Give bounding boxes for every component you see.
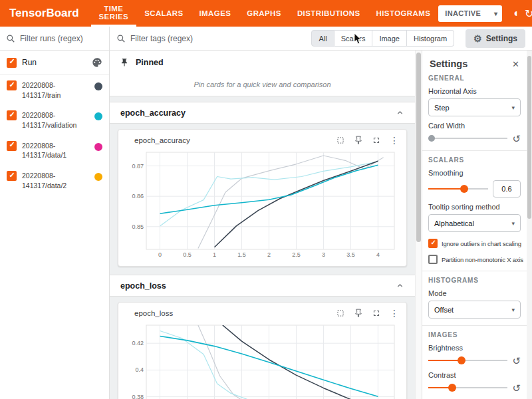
- app-title: TensorBoard: [9, 7, 79, 20]
- svg-text:1: 1: [213, 251, 216, 258]
- section-header-epoch-loss[interactable]: epoch_loss: [110, 275, 415, 297]
- run-checkbox[interactable]: [7, 171, 17, 181]
- scalar-card-epoch-loss: epoch_loss ⋮ 00.511.522.533.540.360.380.…: [118, 302, 407, 399]
- settings-title: Settings: [430, 59, 467, 69]
- more-options-icon[interactable]: ⋮: [389, 135, 400, 146]
- ignore-outliers-checkbox[interactable]: [428, 239, 438, 248]
- tab-images[interactable]: IMAGES: [192, 0, 239, 27]
- runs-filter-input[interactable]: [20, 34, 103, 43]
- epoch-loss-chart[interactable]: 00.511.522.533.540.360.380.40.42: [124, 321, 400, 399]
- run-row[interactable]: 20220808-141317/data/1: [0, 136, 109, 166]
- window-scrollbar[interactable]: [527, 51, 532, 399]
- images-heading: IMAGES: [428, 331, 521, 338]
- tab-time-series[interactable]: TIME SERIES: [91, 0, 137, 27]
- cards-scroll-area: Pinned Pin cards for a quick view and co…: [110, 51, 415, 399]
- epoch-accuracy-chart[interactable]: 00.511.522.533.540.850.860.87: [124, 148, 400, 260]
- run-label: 20220808-141317/data/1: [22, 141, 89, 160]
- chevron-up-icon[interactable]: [396, 281, 404, 290]
- run-checkbox[interactable]: [7, 141, 17, 151]
- slider-thumb[interactable]: [448, 384, 456, 392]
- plugin-tabs: TIME SERIESSCALARSIMAGESGRAPHSDISTRIBUTI…: [91, 0, 439, 27]
- run-checkbox[interactable]: [7, 80, 17, 90]
- settings-panel-header: Settings ✕: [430, 59, 519, 69]
- slider-thumb[interactable]: [458, 356, 466, 364]
- theme-toggle-icon[interactable]: ◐: [513, 5, 520, 21]
- tab-distributions[interactable]: DISTRIBUTIONS: [289, 0, 368, 27]
- ignore-outliers-label: Ignore outliers in chart scaling: [442, 240, 521, 247]
- section-gap: [110, 96, 415, 102]
- chevron-down-icon: ▾: [494, 10, 497, 17]
- main-scrollbar[interactable]: [415, 51, 422, 399]
- run-checkbox[interactable]: [7, 110, 17, 120]
- svg-text:3: 3: [322, 251, 325, 258]
- reset-icon[interactable]: ↺: [512, 383, 521, 393]
- section-title: epoch_loss: [120, 281, 166, 291]
- mouse-cursor-icon: [354, 33, 362, 46]
- partition-x-axis-checkbox[interactable]: [428, 255, 438, 264]
- chevron-up-icon[interactable]: [396, 108, 404, 117]
- reset-icon[interactable]: ↺: [512, 356, 521, 366]
- tag-filter-all[interactable]: All: [311, 30, 334, 47]
- slider-thumb[interactable]: [460, 185, 468, 193]
- run-label: 20220808-141317/data/2: [22, 171, 89, 190]
- run-row[interactable]: 20220808-141317/data/2: [0, 166, 109, 196]
- close-icon[interactable]: ✕: [512, 59, 519, 69]
- more-options-icon[interactable]: ⋮: [389, 308, 400, 319]
- window-scrollbar-thumb[interactable]: [527, 56, 531, 219]
- select-all-runs-checkbox[interactable]: [7, 58, 17, 68]
- tab-histograms[interactable]: HISTOGRAMS: [368, 0, 439, 27]
- pin-card-icon[interactable]: [353, 135, 364, 146]
- horizontal-axis-select[interactable]: Step ▾: [428, 98, 521, 116]
- horizontal-axis-label: Horizontal Axis: [428, 87, 521, 95]
- body: Run 20220808-141317/train20220808-141317…: [0, 51, 532, 399]
- run-row[interactable]: 20220808-141317/train: [0, 75, 109, 105]
- run-status-value: INACTIVE: [445, 9, 481, 17]
- tags-filter-input[interactable]: [130, 34, 301, 43]
- fit-to-data-icon[interactable]: [335, 135, 346, 146]
- section-header-epoch-accuracy[interactable]: epoch_accuracy: [110, 102, 415, 124]
- settings-button[interactable]: ⚙ Settings: [466, 29, 525, 48]
- refresh-icon[interactable]: ↻: [525, 5, 532, 21]
- runs-list: 20220808-141317/train20220808-141317/val…: [0, 75, 109, 196]
- tag-filter-scalars[interactable]: Scalars: [334, 30, 373, 47]
- card-width-slider[interactable]: [428, 133, 507, 144]
- slider-thumb[interactable]: [428, 135, 435, 142]
- chevron-down-icon: ▾: [511, 220, 515, 227]
- run-row[interactable]: 20220808-141317/validation: [0, 105, 109, 135]
- tab-graphs[interactable]: GRAPHS: [239, 0, 289, 27]
- partition-x-axis-row[interactable]: Partition non-monotonic X axis ?: [428, 255, 521, 264]
- divider: [422, 150, 527, 151]
- fullscreen-icon[interactable]: [371, 135, 382, 146]
- card-toolbar: ⋮: [335, 135, 400, 146]
- tag-filter-image[interactable]: Image: [372, 30, 407, 47]
- runs-sidebar: Run 20220808-141317/train20220808-141317…: [0, 51, 110, 399]
- runs-header-label: Run: [22, 58, 37, 67]
- main-scrollbar-thumb[interactable]: [416, 53, 421, 242]
- run-label: 20220808-141317/train: [22, 80, 89, 100]
- svg-text:2.5: 2.5: [292, 251, 301, 258]
- reset-icon[interactable]: ↺: [512, 134, 521, 144]
- tag-filter-histogram[interactable]: Histogram: [407, 30, 454, 47]
- brightness-slider[interactable]: [428, 355, 507, 366]
- svg-text:0.4: 0.4: [135, 366, 144, 373]
- fullscreen-icon[interactable]: [371, 308, 382, 319]
- palette-icon[interactable]: [92, 57, 102, 68]
- card-width-row: ↺: [428, 133, 521, 144]
- tab-scalars[interactable]: SCALARS: [136, 0, 191, 27]
- ignore-outliers-row[interactable]: Ignore outliers in chart scaling: [428, 239, 521, 248]
- svg-text:0.86: 0.86: [132, 193, 144, 200]
- histogram-mode-select[interactable]: Offset ▾: [428, 301, 521, 319]
- contrast-slider[interactable]: [428, 382, 507, 393]
- settings-panel: Settings ✕ GENERAL Horizontal Axis Step …: [422, 51, 527, 399]
- tooltip-sorting-select[interactable]: Alphabetical ▾: [428, 214, 521, 232]
- fit-to-data-icon[interactable]: [335, 308, 346, 319]
- tooltip-sorting-label: Tooltip sorting method: [428, 203, 521, 211]
- pin-card-icon[interactable]: [353, 308, 364, 319]
- chevron-down-icon: ▾: [511, 307, 515, 313]
- brightness-row: ↺: [428, 355, 521, 366]
- smoothing-input[interactable]: [493, 180, 521, 198]
- svg-text:2: 2: [267, 251, 271, 258]
- run-status-select[interactable]: INACTIVE ▾: [438, 5, 502, 22]
- smoothing-slider[interactable]: [428, 184, 488, 194]
- run-color-dot: [94, 173, 102, 181]
